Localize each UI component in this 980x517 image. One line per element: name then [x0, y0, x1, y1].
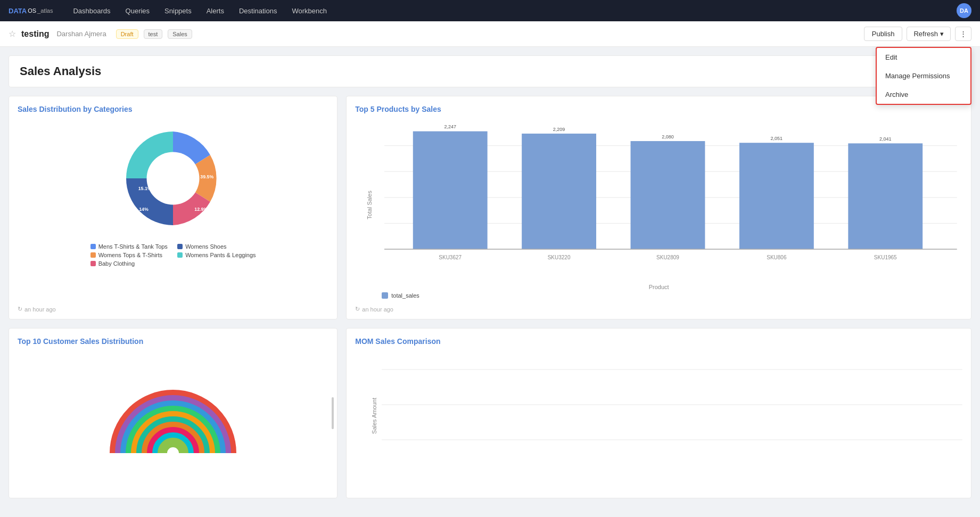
svg-text:2,080: 2,080	[662, 134, 674, 139]
donut-legend: Mens T-Shirts & Tank Tops Womens Shoes W…	[90, 243, 256, 267]
donut-label-3: 12.9%	[194, 207, 208, 212]
legend-label-womens-shoes: Womens Shoes	[185, 243, 226, 250]
chart-top-products: Top 5 Products by Sales Total Sales 0 50…	[346, 96, 971, 319]
donut-chart-container: 18.6% 39.5% 15.1% 12.9% 14% Mens T-Shirt…	[18, 120, 328, 267]
chart1-timestamp: ↻ an hour ago	[18, 306, 56, 313]
legend-dot-baby-clothing	[90, 261, 96, 266]
bar-legend: total_sales	[355, 292, 962, 299]
legend-womens-shoes: Womens Shoes	[177, 243, 256, 250]
dropdown-edit[interactable]: Edit	[877, 48, 970, 67]
donut-svg: 18.6% 39.5% 15.1% 12.9% 14%	[114, 120, 232, 237]
brand-logo: DATA OS _atlas	[9, 7, 53, 15]
bar-legend-label: total_sales	[391, 292, 419, 299]
legend-label-mens-tshirts: Mens T-Shirts & Tank Tops	[98, 243, 168, 250]
legend-womens-tops: Womens Tops & T-Shirts	[90, 252, 169, 258]
mom-chart-wrapper: Sales Amount 40k 35k 30k	[355, 352, 962, 480]
customer-chart-area	[18, 352, 328, 458]
scroll-indicator	[332, 397, 334, 429]
svg-text:2,209: 2,209	[553, 127, 565, 132]
refresh-button[interactable]: Refresh ▾	[907, 27, 951, 41]
chart1-title: Sales Distribution by Categories	[18, 105, 328, 113]
legend-label-womens-tops: Womens Tops & T-Shirts	[98, 252, 162, 258]
dropdown-manage-permissions[interactable]: Manage Permissions	[877, 67, 970, 85]
refresh-icon-small-2: ↻	[355, 306, 360, 313]
legend-baby-clothing: Baby Clothing	[90, 260, 169, 267]
svg-text:SKU3627: SKU3627	[439, 255, 462, 260]
nav-snippets[interactable]: Snippets	[163, 5, 193, 17]
svg-text:2,041: 2,041	[879, 136, 892, 142]
chart-mom-sales: MOM Sales Comparison Sales Amount 40k 35…	[346, 328, 971, 498]
svg-text:SKU806: SKU806	[767, 255, 787, 260]
user-name: Darshan Ajmera	[56, 30, 106, 38]
chart3-title: Top 10 Customer Sales Distribution	[18, 337, 328, 346]
refresh-icon-small: ↻	[18, 306, 22, 313]
chart2-title: Top 5 Products by Sales	[355, 105, 962, 113]
user-avatar[interactable]: DA	[957, 3, 971, 18]
nav-alerts[interactable]: Alerts	[205, 5, 225, 17]
y-axis-label: Total Sales	[366, 191, 373, 219]
bar-sku2809	[631, 141, 705, 249]
nav-workbench[interactable]: Workbench	[291, 5, 328, 17]
sub-nav: ☆ testing Darshan Ajmera Draft test Sale…	[0, 21, 980, 47]
charts-grid: Sales Distribution by Categories	[9, 96, 971, 498]
brand-os: OS	[28, 7, 36, 14]
tag-draft: Draft	[116, 29, 138, 39]
legend-womens-pants: Womens Pants & Leggings	[177, 252, 256, 258]
donut-label-5: 14%	[139, 207, 149, 212]
donut-label-2: 15.1%	[138, 186, 152, 191]
brand-data: DATA	[9, 7, 27, 15]
top-nav: DATA OS _atlas Dashboards Queries Snippe…	[0, 0, 980, 21]
bar-sku1965	[849, 143, 923, 249]
dropdown-archive[interactable]: Archive	[877, 85, 970, 104]
main-content: Sales Analysis Sales Distribution by Cat…	[0, 47, 980, 517]
chart4-title: MOM Sales Comparison	[355, 337, 962, 346]
context-dropdown: Edit Manage Permissions Archive	[876, 47, 971, 105]
nav-dashboards[interactable]: Dashboards	[72, 5, 111, 17]
legend-dot-womens-shoes	[177, 244, 183, 249]
bar-chart-svg: 0 500 1000 1500 2000 2,247 SKU3627 2,209…	[384, 120, 957, 264]
legend-label-womens-pants: Womens Pants & Leggings	[185, 252, 256, 258]
more-options-button[interactable]: ⋮	[955, 27, 971, 41]
chart2-timestamp: ↻ an hour ago	[355, 306, 393, 313]
donut-label-4: 39.5%	[200, 174, 213, 179]
svg-text:2,247: 2,247	[444, 124, 457, 129]
bar-sku3627	[413, 132, 488, 249]
chart-sales-distribution: Sales Distribution by Categories	[9, 96, 337, 319]
tag-test: test	[144, 29, 163, 39]
legend-dot-womens-tops	[90, 252, 96, 258]
legend-mens-tshirts: Mens T-Shirts & Tank Tops	[90, 243, 169, 250]
bar-chart-wrapper: Total Sales 0 500 1000 1500 2000	[355, 120, 962, 290]
x-axis-label: Product	[649, 284, 669, 290]
mom-chart-svg: 40k 35k 30k	[382, 352, 962, 469]
mom-y-axis-label: Sales Amount	[371, 398, 377, 434]
refresh-label: Refresh	[913, 30, 938, 38]
nav-queries[interactable]: Queries	[125, 5, 151, 17]
brand-atlas: _atlas	[37, 7, 53, 14]
svg-text:SKU3220: SKU3220	[548, 255, 571, 260]
donut-label-1: 18.6%	[162, 158, 176, 163]
bar-sku3220	[522, 134, 596, 249]
sub-nav-actions: Publish Refresh ▾ ⋮ Edit Manage Permissi…	[864, 27, 971, 41]
bar-legend-dot	[382, 292, 388, 299]
svg-text:SKU1965: SKU1965	[874, 255, 897, 260]
favorite-icon[interactable]: ☆	[9, 29, 16, 39]
chart-customer-distribution: Top 10 Customer Sales Distribution	[9, 328, 337, 498]
tag-sales: Sales	[168, 29, 192, 39]
legend-dot-womens-pants	[177, 252, 183, 258]
page-title: Sales Analysis	[9, 55, 971, 87]
svg-text:2,051: 2,051	[771, 136, 783, 141]
publish-button[interactable]: Publish	[864, 27, 903, 41]
nav-destinations[interactable]: Destinations	[238, 5, 278, 17]
bar-sku806	[739, 143, 814, 249]
dashboard-title: testing	[21, 29, 49, 39]
customer-donut-svg	[104, 384, 242, 458]
svg-text:SKU2809: SKU2809	[656, 255, 679, 260]
legend-dot-mens-tshirts	[90, 244, 96, 249]
legend-label-baby-clothing: Baby Clothing	[98, 260, 135, 267]
chevron-down-icon: ▾	[940, 30, 944, 38]
